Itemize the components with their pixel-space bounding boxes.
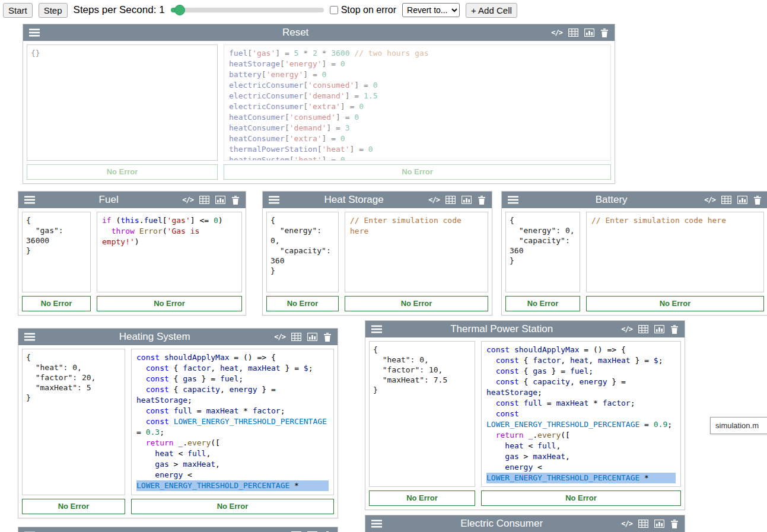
cell-code-editor[interactable]: const shouldApplyMax = () => { const { f… xyxy=(481,341,681,487)
speed-slider-knob[interactable] xyxy=(174,5,185,15)
cell-header-icons: </> xyxy=(621,324,679,334)
chart-view-icon[interactable] xyxy=(462,195,472,205)
cell-state-editor[interactable]: { "heat": 0, "factor": 10, "maxHeat": 7.… xyxy=(369,341,475,487)
simulation-cell: Battery </> xyxy=(501,191,767,316)
drag-handle-icon[interactable] xyxy=(24,196,35,204)
chart-view-icon[interactable] xyxy=(584,28,594,37)
code-line: const { gas } = fuel; xyxy=(486,366,676,377)
table-view-icon[interactable] xyxy=(638,324,648,334)
chart-view-icon[interactable] xyxy=(215,195,225,205)
drag-handle-icon[interactable] xyxy=(508,196,518,204)
start-button[interactable]: Start xyxy=(3,3,33,18)
file-tooltip: simulation.m xyxy=(710,417,767,434)
cell-code-editor[interactable]: // Enter simulation code here xyxy=(345,212,488,292)
state-error-status: No Error xyxy=(22,296,91,311)
drag-handle-icon[interactable] xyxy=(29,28,40,37)
cell-header: </> xyxy=(18,527,338,532)
chart-view-icon[interactable] xyxy=(307,332,317,342)
drag-handle-icon[interactable] xyxy=(269,196,279,204)
cell-title: Battery xyxy=(523,194,699,206)
delete-cell-icon[interactable] xyxy=(231,195,240,205)
code-view-icon[interactable]: </> xyxy=(551,28,562,37)
cell-state-editor[interactable]: { "heat": 0, "factor": 20, "maxHeat": 5 … xyxy=(22,349,125,495)
simulation-cell: Fuel </> xyxy=(18,191,246,316)
table-view-icon[interactable] xyxy=(291,332,301,342)
code-line: const { gas } = fuel; xyxy=(136,374,329,384)
cell-body: { "heat": 0, "factor": 10, "maxHeat": 7.… xyxy=(365,337,685,490)
drag-handle-icon[interactable] xyxy=(371,325,382,333)
stop-on-error-label: Stop on error xyxy=(341,5,396,15)
code-view-icon[interactable]: </> xyxy=(621,324,632,334)
cell-code-editor[interactable]: if (this.fuel['gas'] <= 0) throw Error('… xyxy=(97,212,242,292)
code-line: const LOWER_ENERGY_THRESHOLD_PERCENTAGE … xyxy=(486,409,676,430)
code-error-status: No Error xyxy=(224,164,611,180)
code-line: energy < xyxy=(486,462,676,473)
delete-cell-icon[interactable] xyxy=(753,195,762,205)
stop-on-error-control: Stop on error xyxy=(330,5,396,15)
cell-footer: No Error No Error xyxy=(365,490,685,509)
stop-on-error-checkbox[interactable] xyxy=(330,6,338,14)
add-cell-button[interactable]: + Add Cell xyxy=(466,3,517,18)
code-line: heatConsumer['demand'] = 3 xyxy=(229,123,606,133)
table-view-icon[interactable] xyxy=(638,519,648,528)
code-line: heatConsumer['extra'] = 0 xyxy=(229,133,606,144)
cell-header-icons: </> xyxy=(551,28,609,37)
simulation-cell: Electric Consumer </> xyxy=(365,515,685,532)
code-view-icon[interactable]: </> xyxy=(274,332,285,342)
cell-header-icons: </> xyxy=(621,519,679,528)
chart-view-icon[interactable] xyxy=(737,195,747,205)
revert-select[interactable]: Revert to... xyxy=(402,3,460,17)
cell-state-editor[interactable]: { "energy": 0, "capacity": 360 } xyxy=(266,212,339,292)
steps-per-second-label: Steps per Second: 1 xyxy=(74,4,165,16)
state-error-status: No Error xyxy=(266,296,339,311)
code-view-icon[interactable]: </> xyxy=(621,519,632,528)
code-line: const { factor, heat, maxHeat } = $; xyxy=(136,363,329,374)
cell-header: Thermal Power Station </> xyxy=(365,321,685,337)
drag-handle-icon[interactable] xyxy=(371,520,382,528)
code-view-icon[interactable]: </> xyxy=(428,195,440,205)
cell-state-editor[interactable]: {} xyxy=(27,44,218,161)
table-view-icon[interactable] xyxy=(568,28,578,37)
speed-slider[interactable] xyxy=(171,8,324,12)
delete-cell-icon[interactable] xyxy=(670,324,679,334)
cell-header-icons: </> xyxy=(704,195,762,205)
table-view-icon[interactable] xyxy=(721,195,731,205)
delete-cell-icon[interactable] xyxy=(478,195,486,205)
code-view-icon[interactable]: </> xyxy=(182,195,193,205)
cell-header: Battery </> xyxy=(502,192,767,208)
cell-title: Heating System xyxy=(40,331,269,343)
code-line: // Enter simulation code here xyxy=(350,215,483,237)
table-view-icon[interactable] xyxy=(199,195,209,205)
state-error-status: No Error xyxy=(27,164,218,180)
simulation-cell: Heat Storage </> xyxy=(262,191,492,316)
code-line: gas > maxHeat, xyxy=(486,451,676,462)
chart-view-icon[interactable] xyxy=(654,324,664,334)
delete-cell-icon[interactable] xyxy=(323,332,332,342)
simulation-cell: Reset </> xyxy=(23,24,615,184)
cell-title: Fuel xyxy=(40,194,177,206)
simulation-cell: Thermal Power Station </> xyxy=(365,320,685,510)
chart-view-icon[interactable] xyxy=(654,519,664,528)
delete-cell-icon[interactable] xyxy=(600,28,609,37)
cell-code-editor[interactable]: fuel['gas'] = 5 * 2 * 3600 // two hours … xyxy=(224,44,611,161)
cell-state-editor[interactable]: { "energy": 0, "capacity": 360 } xyxy=(505,212,580,292)
code-view-icon[interactable]: </> xyxy=(704,195,715,205)
code-line: heat < full, xyxy=(136,448,329,459)
cell-code-editor[interactable]: const shouldApplyMax = () => { const { f… xyxy=(131,349,334,495)
cell-title: Electric Consumer xyxy=(387,518,616,530)
cell-code-editor[interactable]: // Enter simulation code here xyxy=(586,212,764,292)
cell-state-editor[interactable]: { "gas": 36000 } xyxy=(22,212,91,292)
code-error-status: No Error xyxy=(481,490,681,506)
drag-handle-icon[interactable] xyxy=(24,333,35,341)
cell-header: Heat Storage </> xyxy=(263,192,492,208)
code-line: const { capacity, energy } = heatStorage… xyxy=(136,384,329,406)
code-line: electricConsumer['demand'] = 1.5 xyxy=(229,91,606,101)
cell-title: Reset xyxy=(44,27,546,39)
code-error-status: No Error xyxy=(345,296,488,311)
cell-footer: No Error No Error xyxy=(502,296,767,315)
cell-header: Heating System </> xyxy=(18,329,338,345)
code-line: heatConsumer['consumed'] = 0 xyxy=(229,112,606,123)
step-button[interactable]: Step xyxy=(39,3,68,18)
delete-cell-icon[interactable] xyxy=(670,519,679,528)
table-view-icon[interactable] xyxy=(445,195,456,205)
